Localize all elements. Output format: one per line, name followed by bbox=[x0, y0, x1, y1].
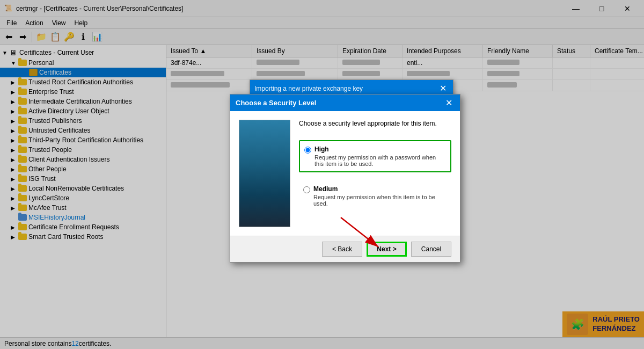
high-radio-input[interactable] bbox=[304, 147, 311, 154]
modal-footer: < Back Next > Cancel bbox=[230, 236, 460, 262]
high-radio-label[interactable]: High Request my permission with a passwo… bbox=[304, 146, 446, 167]
modal-security-title: Choose a Security Level bbox=[236, 99, 316, 107]
modal-security-close[interactable]: ✕ bbox=[443, 98, 455, 108]
medium-option-content: Medium Request my permission when this i… bbox=[313, 185, 447, 207]
security-image bbox=[239, 120, 290, 227]
high-radio-title: High bbox=[314, 146, 446, 153]
cancel-button[interactable]: Cancel bbox=[411, 242, 451, 257]
modal-importing-title: Importing a new private exchange key bbox=[254, 85, 363, 92]
back-button[interactable]: < Back bbox=[322, 242, 362, 257]
next-button[interactable]: Next > bbox=[367, 242, 407, 257]
modal-security-body: Choose a security level appropriate for … bbox=[230, 111, 460, 236]
modal-security: Choose a Security Level ✕ Choose a secur… bbox=[230, 94, 460, 263]
security-option-high[interactable]: High Request my permission with a passwo… bbox=[299, 140, 451, 172]
security-options: Choose a security level appropriate for … bbox=[299, 120, 451, 227]
medium-radio-title: Medium bbox=[313, 185, 447, 193]
modal-security-titlebar: Choose a Security Level ✕ bbox=[230, 94, 460, 111]
high-option-content: High Request my permission with a passwo… bbox=[314, 146, 446, 167]
modal-importing-close[interactable]: ✕ bbox=[437, 83, 449, 93]
medium-radio-input[interactable] bbox=[303, 186, 310, 193]
medium-radio-label[interactable]: Medium Request my permission when this i… bbox=[303, 185, 447, 207]
security-description: Choose a security level appropriate for … bbox=[299, 120, 451, 127]
medium-radio-desc: Request my permission when this item is … bbox=[313, 194, 447, 207]
high-radio-desc: Request my permission with a password wh… bbox=[314, 154, 446, 167]
security-option-medium[interactable]: Medium Request my permission when this i… bbox=[299, 181, 451, 211]
